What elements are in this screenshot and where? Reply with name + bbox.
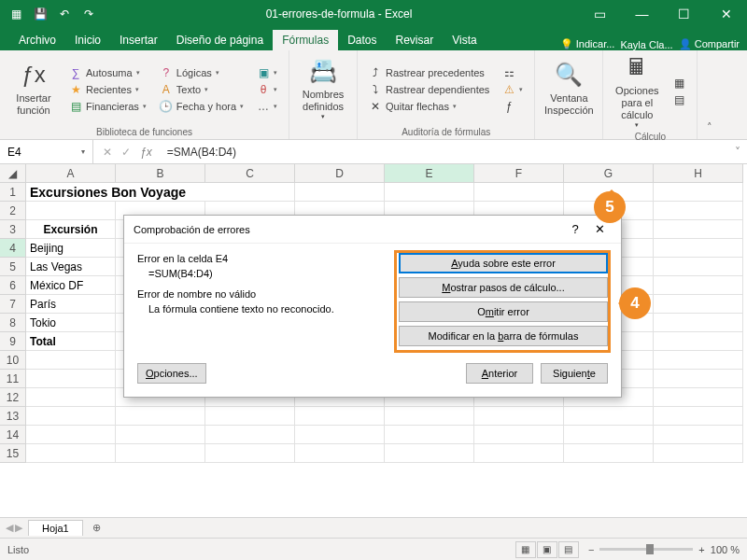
math-button[interactable]: θ▾ <box>253 82 281 97</box>
tab-insertar[interactable]: Insertar <box>110 30 167 50</box>
row-5[interactable]: 5 <box>0 258 26 276</box>
row-8[interactable]: 8 <box>0 314 26 332</box>
col-A[interactable]: A <box>26 164 116 183</box>
col-B[interactable]: B <box>116 164 205 183</box>
cancel-formula-icon[interactable]: ✕ <box>103 146 112 159</box>
ribbon: ƒx Insertar función ∑Autosuma▾ ★Reciente… <box>0 50 747 140</box>
user-account[interactable]: Kayla Cla... <box>620 39 672 50</box>
row-11[interactable]: 11 <box>0 370 26 388</box>
view-normal-icon[interactable]: ▦ <box>515 541 536 558</box>
name-manager-button[interactable]: 📇 Nombres definidos▾ <box>297 54 349 125</box>
cell-A4[interactable]: Beijing <box>26 239 116 258</box>
logical-button[interactable]: ?Lógicas▾ <box>156 65 247 80</box>
lookup-button[interactable]: ▣▾ <box>253 65 281 80</box>
zoom-slider[interactable] <box>599 548 693 551</box>
recent-button[interactable]: ★Recientes▾ <box>65 82 150 97</box>
remove-arrows-button[interactable]: ✕Quitar flechas▾ <box>365 99 493 114</box>
fx-icon[interactable]: ƒx <box>140 146 152 159</box>
date-button[interactable]: 🕒Fecha y hora▾ <box>156 99 247 114</box>
evaluate-button[interactable]: ƒ <box>499 99 527 114</box>
col-D[interactable]: D <box>295 164 385 183</box>
options-button[interactable]: Opciones... <box>137 363 206 384</box>
next-button[interactable]: Siguiente <box>541 363 608 384</box>
save-icon[interactable]: 💾 <box>30 4 50 24</box>
calc-options-button[interactable]: 🖩 Opciones para el cálculo▾ <box>611 54 663 130</box>
sheet-tab-hoja1[interactable]: Hoja1 <box>28 520 83 536</box>
tab-revisar[interactable]: Revisar <box>387 30 444 50</box>
sheet-nav-prev-icon[interactable]: ◀ <box>6 522 13 534</box>
show-steps-button[interactable]: Mostrar pasos de cálculo... <box>399 277 608 298</box>
row-3[interactable]: 3 <box>0 220 26 239</box>
col-C[interactable]: C <box>205 164 295 183</box>
tell-me[interactable]: 💡 Indicar... <box>560 38 615 50</box>
tab-formulas[interactable]: Fórmulas <box>273 30 338 50</box>
tab-diseno[interactable]: Diseño de página <box>167 30 273 50</box>
autosum-button[interactable]: ∑Autosuma▾ <box>65 65 150 80</box>
maximize-icon[interactable]: ☐ <box>663 0 705 28</box>
undo-icon[interactable]: ↶ <box>54 4 75 24</box>
dialog-help-icon[interactable]: ? <box>563 222 587 236</box>
show-formulas-button[interactable]: ⚏ <box>499 65 527 80</box>
financial-button[interactable]: ▤Financieras▾ <box>65 99 150 114</box>
sheet-nav-next-icon[interactable]: ▶ <box>15 522 22 534</box>
trace-precedents-button[interactable]: ⤴Rastrear precedentes <box>365 65 493 80</box>
row-10[interactable]: 10 <box>0 351 26 370</box>
previous-button[interactable]: Anterior <box>466 363 533 384</box>
select-all-corner[interactable]: ◢ <box>0 164 26 183</box>
row-14[interactable]: 14 <box>0 426 26 444</box>
cell-A8[interactable]: Tokio <box>26 314 116 332</box>
cell-A3[interactable]: Excursión <box>26 220 116 239</box>
row-7[interactable]: 7 <box>0 295 26 314</box>
row-9[interactable]: 9 <box>0 332 26 351</box>
ignore-error-button[interactable]: Omitir error <box>399 301 608 322</box>
zoom-level[interactable]: 100 % <box>711 544 740 555</box>
name-box[interactable]: E4▾ <box>0 140 93 163</box>
row-1[interactable]: 1 <box>0 183 26 202</box>
formula-input[interactable]: =SMA(B4:D4) <box>162 146 728 159</box>
row-6[interactable]: 6 <box>0 276 26 295</box>
row-2[interactable]: 2 <box>0 202 26 220</box>
view-layout-icon[interactable]: ▣ <box>537 541 557 558</box>
row-13[interactable]: 13 <box>0 407 26 426</box>
insert-function-button[interactable]: ƒx Insertar función <box>7 54 60 125</box>
edit-formula-button[interactable]: Modificar en la barra de fórmulas <box>399 326 608 346</box>
col-E[interactable]: E <box>385 164 474 183</box>
share-button[interactable]: 👤 Compartir <box>679 38 740 50</box>
zoom-in-icon[interactable]: + <box>698 544 704 555</box>
cell-A6[interactable]: México DF <box>26 276 116 295</box>
view-pagebreak-icon[interactable]: ▤ <box>558 541 579 558</box>
tab-inicio[interactable]: Inicio <box>65 30 110 50</box>
ribbon-tabs: Archivo Inicio Insertar Diseño de página… <box>0 28 747 50</box>
cell-A7[interactable]: París <box>26 295 116 314</box>
ribbon-options-icon[interactable]: ▭ <box>579 0 621 28</box>
more-fn-button[interactable]: …▾ <box>253 99 281 114</box>
zoom-out-icon[interactable]: − <box>588 544 594 555</box>
cell-A5[interactable]: Las Vegas <box>26 258 116 276</box>
redo-icon[interactable]: ↷ <box>78 4 99 24</box>
calc-now-button[interactable]: ▦ <box>669 76 689 91</box>
trace-dependents-button[interactable]: ⤵Rastrear dependientes <box>365 82 493 97</box>
new-sheet-icon[interactable]: ⊕ <box>83 522 110 534</box>
calc-sheet-button[interactable]: ▤ <box>669 92 689 107</box>
help-error-button[interactable]: Ayuda sobre este error <box>399 253 608 273</box>
cell-A9[interactable]: Total <box>26 332 116 351</box>
row-12[interactable]: 12 <box>0 388 26 407</box>
expand-formula-icon[interactable]: ˅ <box>728 146 747 159</box>
row-15[interactable]: 15 <box>0 444 26 463</box>
text-button[interactable]: ATexto▾ <box>156 82 247 97</box>
col-F[interactable]: F <box>474 164 564 183</box>
tab-vista[interactable]: Vista <box>443 30 486 50</box>
enter-formula-icon[interactable]: ✓ <box>121 146 131 159</box>
dialog-close-icon[interactable]: ✕ <box>587 222 612 236</box>
minimize-icon[interactable]: — <box>621 0 663 28</box>
watch-window-button[interactable]: 🔍 Ventana Inspección <box>543 54 595 125</box>
col-H[interactable]: H <box>654 164 743 183</box>
collapse-ribbon-icon[interactable]: ˄ <box>698 50 722 139</box>
error-check-button[interactable]: ⚠▾ <box>499 82 527 97</box>
cell-A1[interactable]: Excursiones Bon Voyage <box>26 183 295 202</box>
col-G[interactable]: G <box>564 164 654 183</box>
tab-datos[interactable]: Datos <box>338 30 386 50</box>
row-4[interactable]: 4 <box>0 239 26 258</box>
tab-archivo[interactable]: Archivo <box>9 30 65 50</box>
close-icon[interactable]: ✕ <box>705 0 747 28</box>
